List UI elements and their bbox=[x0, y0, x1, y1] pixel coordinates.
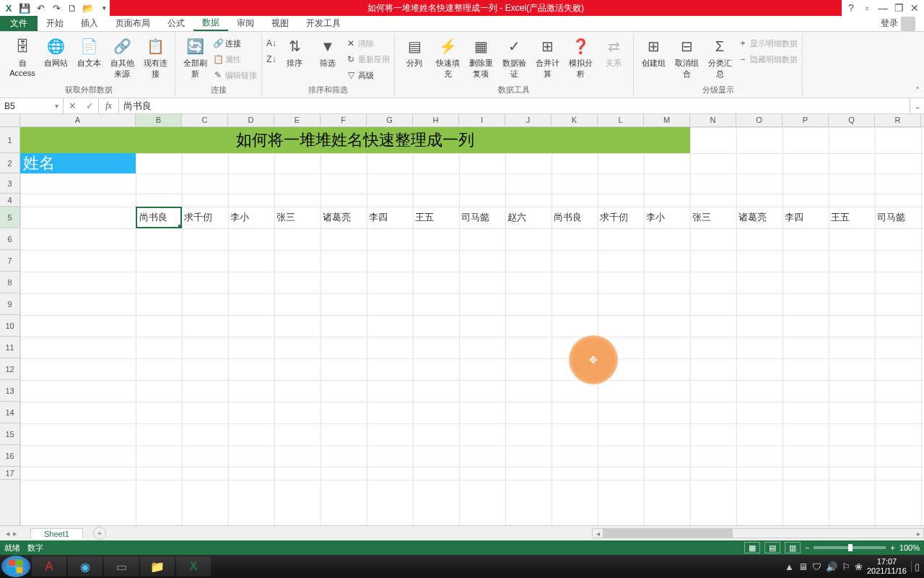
sort-asc-button[interactable]: A↓ bbox=[266, 36, 276, 51]
cell[interactable]: 李四 bbox=[783, 207, 829, 228]
column-header[interactable]: C bbox=[182, 114, 228, 126]
column-header[interactable]: M bbox=[644, 114, 690, 126]
tab-layout[interactable]: 页面布局 bbox=[107, 16, 159, 31]
tab-file[interactable]: 文件 bbox=[0, 16, 38, 31]
start-button[interactable] bbox=[1, 556, 30, 577]
group-button[interactable]: ⊞创建组 bbox=[638, 35, 668, 69]
cell[interactable]: 司马懿 bbox=[875, 207, 921, 228]
properties-button[interactable]: 📋属性 bbox=[213, 52, 257, 66]
horizontal-scrollbar[interactable]: ◂ ▸ bbox=[592, 528, 924, 538]
flash-fill-button[interactable]: ⚡快速填充 bbox=[432, 35, 463, 79]
new-icon[interactable]: 🗋 bbox=[66, 2, 78, 14]
column-header[interactable]: J bbox=[505, 114, 552, 126]
show-detail-button[interactable]: +显示明细数据 bbox=[738, 36, 798, 51]
sheet-tab-sheet1[interactable]: Sheet1 bbox=[30, 528, 83, 539]
tray-clock[interactable]: 17:072021/11/16 bbox=[867, 557, 907, 576]
ribbon-options-icon[interactable]: ▫ bbox=[862, 3, 872, 13]
scroll-thumb[interactable] bbox=[603, 529, 733, 538]
row-header[interactable]: 1 bbox=[0, 127, 19, 153]
page-break-view-button[interactable]: ▥ bbox=[785, 542, 801, 553]
tray-icon[interactable]: 🛡 bbox=[812, 561, 821, 572]
subtotal-button[interactable]: Σ分类汇总 bbox=[705, 35, 735, 79]
cell[interactable]: 司马懿 bbox=[459, 207, 505, 228]
cell[interactable]: 诸葛亮 bbox=[736, 207, 783, 228]
clear-filter-button[interactable]: ✕清除 bbox=[346, 36, 390, 51]
redo-icon[interactable]: ↷ bbox=[51, 2, 62, 14]
nav-first-icon[interactable]: ◂ bbox=[6, 529, 10, 538]
confirm-edit-icon[interactable]: ✓ bbox=[81, 100, 98, 111]
column-header[interactable]: D bbox=[228, 114, 274, 126]
select-all-button[interactable] bbox=[0, 114, 20, 126]
cell[interactable]: 王五 bbox=[829, 207, 875, 228]
sort-button[interactable]: ⇅排序 bbox=[279, 35, 310, 69]
column-header[interactable]: F bbox=[321, 114, 367, 126]
qat-dropdown-icon[interactable]: ▾ bbox=[98, 2, 110, 14]
column-header[interactable]: E bbox=[274, 114, 321, 126]
cancel-edit-icon[interactable]: ✕ bbox=[64, 100, 81, 111]
fx-icon[interactable]: fx bbox=[99, 98, 119, 113]
row-header[interactable]: 5 bbox=[0, 207, 19, 228]
row-header[interactable]: 4 bbox=[0, 194, 19, 207]
cell[interactable]: 张三 bbox=[690, 207, 736, 228]
close-icon[interactable]: ✕ bbox=[910, 3, 920, 13]
formula-input[interactable]: 尚书良 bbox=[119, 98, 910, 113]
row-header[interactable]: 15 bbox=[0, 423, 19, 445]
row-header[interactable]: 2 bbox=[0, 153, 19, 173]
column-header[interactable]: Q bbox=[829, 114, 875, 126]
tray-icon[interactable]: ▲ bbox=[785, 561, 794, 572]
cell[interactable]: 张三 bbox=[274, 207, 321, 228]
signin-link[interactable]: 登录 bbox=[872, 16, 924, 31]
column-header[interactable]: O bbox=[736, 114, 783, 126]
cell[interactable]: 赵六 bbox=[505, 207, 552, 228]
tab-view[interactable]: 视图 bbox=[263, 16, 297, 31]
tray-icon[interactable]: ❀ bbox=[855, 561, 863, 572]
zoom-out-icon[interactable]: − bbox=[805, 543, 809, 552]
task-item-excel[interactable]: X bbox=[176, 556, 211, 577]
cell[interactable]: 求千仞 bbox=[598, 207, 644, 228]
remove-duplicates-button[interactable]: ▦删除重复项 bbox=[466, 35, 496, 79]
existing-conn-button[interactable]: 📋现有连接 bbox=[140, 35, 170, 79]
zoom-slider[interactable] bbox=[814, 546, 886, 549]
undo-icon[interactable]: ↶ bbox=[35, 2, 46, 14]
row-header[interactable]: 16 bbox=[0, 445, 19, 467]
scroll-left-icon[interactable]: ◂ bbox=[593, 529, 603, 538]
column-header[interactable]: R bbox=[875, 114, 921, 126]
ungroup-button[interactable]: ⊟取消组合 bbox=[671, 35, 702, 79]
relationships-button[interactable]: ⇄关系 bbox=[598, 35, 629, 69]
name-box[interactable]: B5▾ bbox=[0, 98, 64, 113]
reapply-button[interactable]: ↻重新应用 bbox=[346, 52, 390, 66]
cell[interactable]: 求千仞 bbox=[182, 207, 228, 228]
tray-icon[interactable]: ⚐ bbox=[842, 561, 850, 572]
cell[interactable]: 李小 bbox=[228, 207, 274, 228]
row-header[interactable]: 8 bbox=[0, 272, 19, 293]
minimize-icon[interactable]: — bbox=[878, 3, 888, 13]
task-item[interactable]: ▭ bbox=[104, 556, 139, 577]
tab-home[interactable]: 开始 bbox=[38, 16, 72, 31]
add-sheet-button[interactable]: + bbox=[93, 527, 106, 540]
tab-formulas[interactable]: 公式 bbox=[159, 16, 193, 31]
zoom-level[interactable]: 100% bbox=[899, 543, 920, 552]
column-header[interactable]: G bbox=[367, 114, 413, 126]
task-item[interactable]: 📁 bbox=[140, 556, 175, 577]
column-header[interactable]: I bbox=[459, 114, 505, 126]
column-header[interactable]: A bbox=[20, 114, 136, 126]
text-to-columns-button[interactable]: ▤分列 bbox=[399, 35, 430, 69]
data-validation-button[interactable]: ✓数据验证 bbox=[499, 35, 529, 79]
row-header[interactable]: 13 bbox=[0, 380, 19, 402]
column-header[interactable]: B bbox=[136, 114, 182, 126]
connections-button[interactable]: 🔗连接 bbox=[213, 36, 257, 51]
from-access-button[interactable]: 🗄自 Access bbox=[7, 35, 38, 77]
cell[interactable]: 姓名 bbox=[20, 153, 136, 173]
row-header[interactable]: 12 bbox=[0, 358, 19, 380]
consolidate-button[interactable]: ⊞合并计算 bbox=[532, 35, 562, 79]
column-header[interactable]: P bbox=[783, 114, 829, 126]
tab-data[interactable]: 数据 bbox=[193, 16, 228, 31]
cell[interactable]: 李四 bbox=[367, 207, 413, 228]
tab-developer[interactable]: 开发工具 bbox=[297, 16, 349, 31]
open-icon[interactable]: 📂 bbox=[82, 2, 94, 14]
cell[interactable]: 王五 bbox=[413, 207, 459, 228]
from-other-button[interactable]: 🔗自其他来源 bbox=[107, 35, 137, 79]
expand-formula-bar-icon[interactable]: ⌄ bbox=[910, 98, 924, 113]
scroll-right-icon[interactable]: ▸ bbox=[913, 529, 923, 538]
help-icon[interactable]: ? bbox=[846, 3, 856, 13]
